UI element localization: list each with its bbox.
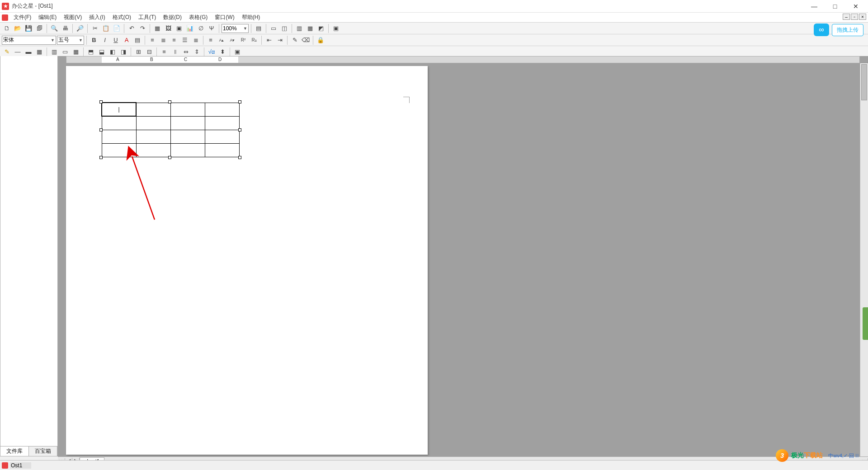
resize-handle[interactable] — [168, 156, 171, 159]
mdi-restore[interactable]: ▫ — [851, 14, 858, 20]
page[interactable]: | — [66, 66, 428, 455]
decrease-font-button[interactable]: A▾ — [227, 35, 237, 45]
inserted-table[interactable]: | — [101, 102, 240, 157]
table-cell[interactable] — [170, 103, 205, 116]
minimize-button[interactable]: — — [804, 0, 825, 13]
lock-button[interactable]: 🔒 — [316, 35, 326, 45]
scrollbar-thumb[interactable] — [861, 64, 867, 100]
merge-cells-button[interactable]: ⊞ — [133, 47, 143, 57]
font-name-combo[interactable]: 宋体▼ — [2, 36, 56, 45]
resize-handle[interactable] — [238, 128, 241, 132]
layout5-button[interactable]: ▦ — [305, 24, 315, 33]
resize-handle[interactable] — [168, 100, 171, 103]
mdi-close[interactable]: × — [859, 14, 866, 20]
distribute-cols-button[interactable]: ⦀ — [170, 47, 180, 57]
insert-col-left-button[interactable]: ◧ — [108, 47, 118, 57]
split-cells-button[interactable]: ⊟ — [144, 47, 154, 57]
zoom-combo[interactable]: 100%▼ — [222, 24, 249, 33]
line-style-button[interactable]: — — [13, 47, 23, 57]
menu-help[interactable]: 帮助(H) — [238, 13, 264, 22]
indent-right-button[interactable]: ⇥ — [275, 35, 285, 45]
insert-table-button[interactable]: ▦ — [152, 24, 162, 33]
menu-table[interactable]: 表格(G) — [185, 13, 211, 22]
underline-button[interactable]: U — [111, 35, 121, 45]
table-cell[interactable] — [170, 116, 205, 130]
table-cell[interactable]: | — [102, 103, 136, 116]
distribute-rows-button[interactable]: ≡ — [159, 47, 169, 57]
pen-button[interactable]: ✎ — [2, 47, 12, 57]
align-left-button[interactable]: ≡ — [147, 35, 157, 45]
print-preview-button[interactable]: 🔍 — [49, 24, 59, 33]
autofit-button[interactable]: ⇔ — [181, 47, 191, 57]
layout3-button[interactable]: ◫ — [279, 24, 289, 33]
superscript-button[interactable]: R² — [238, 35, 248, 45]
insert-row-above-button[interactable]: ⬒ — [86, 47, 96, 57]
erase-button[interactable]: ▭ — [60, 47, 70, 57]
layout2-button[interactable]: ▭ — [269, 24, 278, 33]
maximize-button[interactable]: □ — [825, 0, 845, 13]
resize-handle[interactable] — [99, 128, 103, 132]
fill-button[interactable]: ▬ — [24, 47, 33, 57]
resize-handle[interactable] — [238, 100, 241, 103]
undo-button[interactable]: ↶ — [127, 24, 137, 33]
menu-tools[interactable]: 工具(T) — [135, 13, 160, 22]
left-tab-files[interactable]: 文件库 — [0, 446, 29, 456]
italic-button[interactable]: I — [100, 35, 110, 45]
cut-button[interactable]: ✂ — [90, 24, 100, 33]
layout4-button[interactable]: ▥ — [294, 24, 304, 33]
sort-button[interactable]: ⬍ — [217, 47, 227, 57]
resize-handle[interactable] — [99, 156, 103, 159]
indent-left-button[interactable]: ⇤ — [264, 35, 274, 45]
border-button[interactable]: ▦ — [34, 47, 44, 57]
insert-equation-button[interactable]: ∅ — [196, 24, 206, 33]
left-tab-toolbox[interactable]: 百宝箱 — [29, 446, 57, 456]
paste-button[interactable]: 📄 — [112, 24, 122, 33]
layout6-button[interactable]: ◩ — [316, 24, 326, 33]
font-size-combo[interactable]: 五号▼ — [57, 36, 84, 45]
table-cell[interactable] — [170, 143, 205, 157]
bold-button[interactable]: B — [89, 35, 99, 45]
close-button[interactable]: ✕ — [845, 0, 866, 13]
align-right-button[interactable]: ≡ — [169, 35, 179, 45]
vertical-scrollbar[interactable] — [860, 63, 868, 456]
insert-chart-button[interactable]: 📊 — [185, 24, 195, 33]
resize-handle[interactable] — [238, 156, 241, 159]
format-painter-button[interactable]: ✎ — [290, 35, 300, 45]
clear-format-button[interactable]: ⌫ — [301, 35, 311, 45]
insert-symbol-button[interactable]: Ψ — [207, 24, 217, 33]
print-button[interactable]: 🖶 — [60, 24, 70, 33]
insert-object-button[interactable]: ▣ — [174, 24, 184, 33]
menu-edit[interactable]: 编辑(E) — [35, 13, 60, 22]
table-cell[interactable] — [136, 130, 170, 143]
table-cell[interactable] — [205, 143, 239, 157]
menu-window[interactable]: 窗口(W) — [211, 13, 238, 22]
autofit2-button[interactable]: ⇕ — [192, 47, 202, 57]
cloud-upload[interactable]: ∞ 拖拽上传 — [814, 24, 863, 36]
table-cell[interactable] — [136, 103, 170, 116]
draw-table-button[interactable]: ▥ — [49, 47, 59, 57]
copy-button[interactable]: 📋 — [101, 24, 111, 33]
align-justify-button[interactable]: ☰ — [180, 35, 190, 45]
table-cell[interactable] — [170, 130, 205, 143]
properties-button[interactable]: ▣ — [232, 47, 242, 57]
highlight-button[interactable]: ▤ — [132, 35, 142, 45]
right-side-tab[interactable] — [863, 307, 868, 340]
table-cell[interactable] — [205, 130, 239, 143]
table-cell[interactable] — [102, 116, 136, 130]
select-button[interactable]: ▦ — [71, 47, 81, 57]
formula-button[interactable]: √α — [207, 47, 217, 57]
font-color-button[interactable]: A — [122, 35, 132, 45]
menu-data[interactable]: 数据(D) — [160, 13, 185, 22]
insert-col-right-button[interactable]: ◨ — [118, 47, 128, 57]
align-center-button[interactable]: ≣ — [158, 35, 168, 45]
new-button[interactable]: 🗋 — [2, 24, 12, 33]
save-button[interactable]: 💾 — [24, 24, 33, 33]
table-cell[interactable] — [102, 130, 136, 143]
layout7-button[interactable]: ▣ — [331, 24, 341, 33]
menu-format[interactable]: 格式(O) — [109, 13, 135, 22]
insert-image-button[interactable]: 🖼 — [163, 24, 173, 33]
subscript-button[interactable]: R₂ — [249, 35, 259, 45]
increase-font-button[interactable]: A▴ — [217, 35, 226, 45]
redo-button[interactable]: ↷ — [137, 24, 147, 33]
save-as-button[interactable]: 🗐 — [34, 24, 44, 33]
